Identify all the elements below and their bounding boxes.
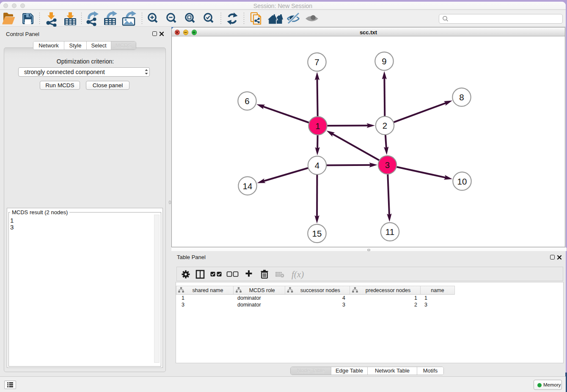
svg-text:3: 3 [385, 160, 390, 170]
svg-text:8: 8 [459, 92, 464, 102]
svg-text:2: 2 [383, 121, 387, 130]
svg-text:14: 14 [243, 181, 253, 191]
svg-text:f(x): f(x) [292, 269, 304, 279]
svg-text:10: 10 [457, 177, 467, 186]
svg-text:6: 6 [245, 96, 249, 106]
svg-text:9: 9 [382, 56, 386, 66]
svg-text:7: 7 [314, 57, 319, 67]
svg-text:4: 4 [315, 160, 319, 170]
svg-text:11: 11 [385, 227, 394, 237]
svg-text:1: 1 [315, 121, 320, 131]
svg-text:15: 15 [312, 229, 322, 238]
